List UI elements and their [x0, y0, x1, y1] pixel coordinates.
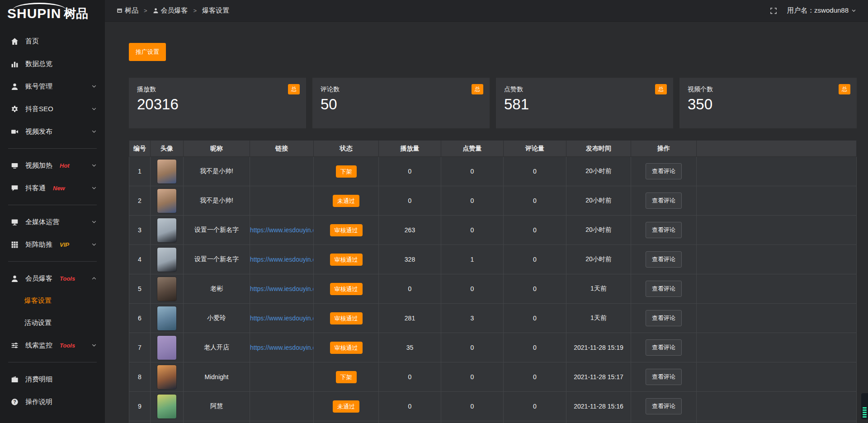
sidebar-item-label: 全媒体运营	[25, 218, 59, 226]
avatar[interactable]	[157, 395, 176, 418]
sidebar-item-label: 数据总览	[25, 60, 52, 68]
cell-status: 下架	[314, 362, 379, 392]
avatar[interactable]	[157, 218, 176, 242]
cell-link	[250, 392, 314, 421]
cell-avatar	[151, 186, 184, 216]
sidebar-item-label: 会员爆客	[25, 274, 52, 283]
promo-settings-button[interactable]: 推广设置	[129, 43, 166, 61]
sidebar-item-douyin-seo[interactable]: 抖音SEO	[0, 98, 105, 120]
view-comments-button[interactable]: 查看评论	[646, 281, 682, 297]
user-menu[interactable]: 用户名：zswodun88	[787, 6, 856, 15]
cell-number: 1	[129, 157, 151, 186]
video-link[interactable]: https://www.iesdouyin.c	[250, 315, 314, 322]
fullscreen-icon[interactable]	[770, 7, 777, 14]
table-row: 4设置一个新名字https://www.iesdouyin.c审核通过32810…	[129, 245, 857, 274]
cell-avatar	[151, 392, 184, 421]
cell-comments	[504, 421, 566, 423]
cell-comments: 0	[504, 245, 566, 274]
view-comments-button[interactable]: 查看评论	[646, 310, 682, 326]
sidebar-subitem-activity-settings[interactable]: 活动设置	[0, 312, 105, 334]
cell-link: https://www.iesdouyin.c	[250, 274, 314, 304]
sidebar-item-video-publish[interactable]: 视频发布	[0, 120, 105, 143]
avatar[interactable]	[157, 365, 176, 389]
cell-number: 6	[129, 304, 151, 333]
column-header: 头像	[151, 141, 184, 157]
sidebar-subitem-baoke-settings[interactable]: 爆客设置	[0, 290, 105, 312]
cell-action: 查看评论	[631, 245, 697, 274]
cell-spacer	[697, 186, 857, 216]
view-comments-button[interactable]: 查看评论	[646, 251, 682, 268]
sidebar-item-data-overview[interactable]: 数据总览	[0, 52, 105, 75]
table-row: 7老人开店https://www.iesdouyin.c审核通过35002021…	[129, 333, 857, 362]
sidebar-item-label: 账号管理	[25, 82, 52, 91]
breadcrumb-item-baoke-settings[interactable]: 爆客设置	[202, 6, 229, 15]
avatar[interactable]	[157, 336, 176, 360]
cell-plays: 263	[379, 216, 441, 245]
sidebar-item-douketong[interactable]: 抖客通New	[0, 177, 105, 199]
video-link[interactable]: https://www.iesdouyin.c	[250, 285, 314, 292]
stat-value: 350	[688, 96, 849, 113]
breadcrumb-item-shupin[interactable]: 树品	[117, 6, 138, 15]
main-content: 推广设置 播放数20316总评论数50总点赞数581总视频个数350总 编号头像…	[105, 22, 868, 423]
sidebar-item-operation-guide[interactable]: ?操作说明	[0, 390, 105, 413]
sidebar-item-member-baoke[interactable]: 会员爆客Tools	[0, 267, 105, 290]
cell-avatar	[151, 274, 184, 304]
view-comments-button[interactable]: 查看评论	[646, 339, 682, 356]
sidebar-item-label: 消费明细	[25, 375, 52, 384]
column-header: 编号	[129, 141, 151, 157]
cell-likes: 0	[441, 362, 504, 392]
sidebar-item-consumption-details[interactable]: 消费明细	[0, 368, 105, 390]
avatar[interactable]	[157, 160, 176, 183]
sidebar-item-all-media-operation[interactable]: 全媒体运营	[0, 211, 105, 233]
cell-number: 4	[129, 245, 151, 274]
view-comments-button[interactable]: 查看评论	[646, 222, 682, 238]
chevron-down-icon	[91, 163, 97, 168]
chevron-down-icon	[91, 185, 97, 191]
view-comments-button[interactable]: 查看评论	[646, 398, 682, 414]
widget-level-bar	[863, 414, 867, 415]
avatar[interactable]	[157, 277, 176, 301]
sidebar-divider	[8, 362, 97, 362]
sidebar-item-matrix-boost[interactable]: 矩阵助推VIP	[0, 233, 105, 256]
cell-status: 审核通过	[314, 216, 379, 245]
sidebar-item-home[interactable]: 首页	[0, 30, 105, 52]
sidebar-item-clue-monitoring[interactable]: 线索监控Tools	[0, 334, 105, 357]
video-link[interactable]: https://www.iesdouyin.c	[250, 344, 314, 351]
brand-logo[interactable]: SHUPIN 树品	[0, 0, 105, 27]
status-badge: 下架	[336, 371, 357, 383]
cell-likes: 0	[441, 216, 504, 245]
cell-plays: 281	[379, 304, 441, 333]
table-header: 编号头像昵称链接状态播放量点赞量评论量发布时间操作	[129, 141, 857, 157]
view-comments-button[interactable]: 查看评论	[646, 193, 682, 209]
stat-total-badge: 总	[655, 84, 667, 94]
video-link[interactable]: https://www.iesdouyin.c	[250, 256, 314, 263]
sidebar-item-account-management[interactable]: 账号管理	[0, 75, 105, 98]
video-link[interactable]: https://www.iesdouyin.c	[250, 226, 314, 234]
chevron-down-icon	[91, 219, 97, 225]
sidebar-item-tag: Tools	[60, 342, 75, 349]
breadcrumb-item-member-baoke[interactable]: 会员爆客	[153, 6, 188, 15]
sidebar-item-video-heating[interactable]: 视频加热Hot	[0, 154, 105, 177]
status-badge: 审核通过	[330, 254, 363, 266]
cell-publish-time: 20小时前	[566, 157, 631, 186]
cell-spacer	[697, 333, 857, 362]
avatar[interactable]	[157, 248, 176, 272]
avatar[interactable]	[157, 306, 176, 330]
sidebar-item-tag: Hot	[60, 162, 70, 169]
wallet-icon	[11, 375, 19, 383]
view-comments-button[interactable]: 查看评论	[646, 369, 682, 385]
sidebar: SHUPIN 树品 首页数据总览账号管理抖音SEO视频发布视频加热Hot抖客通N…	[0, 0, 105, 423]
cell-comments: 0	[504, 216, 566, 245]
cell-avatar	[151, 245, 184, 274]
chevron-down-icon	[91, 129, 97, 134]
cell-nickname: 老人开店	[184, 333, 250, 362]
cell-spacer	[697, 157, 857, 186]
stat-cards: 播放数20316总评论数50总点赞数581总视频个数350总	[129, 78, 857, 128]
cell-number: 3	[129, 216, 151, 245]
view-comments-button[interactable]: 查看评论	[646, 163, 682, 179]
stat-value: 20316	[137, 96, 298, 113]
breadcrumb-label: 爆客设置	[202, 6, 229, 15]
stat-label: 视频个数	[688, 85, 849, 94]
avatar[interactable]	[157, 189, 176, 213]
chevron-down-icon	[91, 106, 97, 112]
